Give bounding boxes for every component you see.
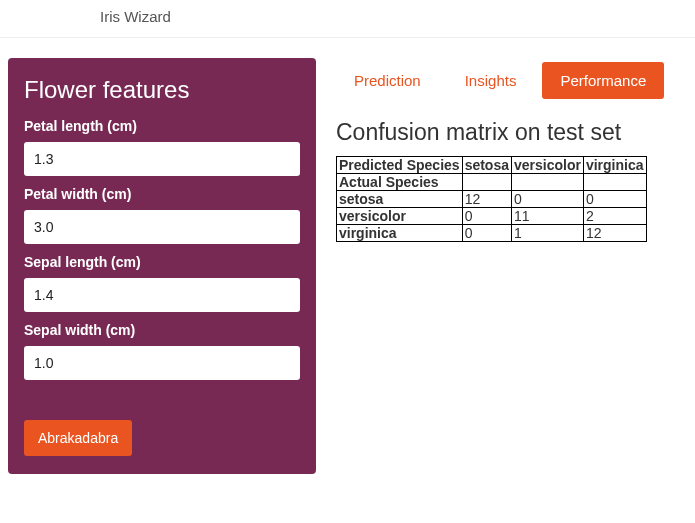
field-group-petal-width: Petal width (cm)	[24, 186, 300, 244]
sidebar: Flower features Petal length (cm) Petal …	[8, 58, 316, 474]
col-header: versicolor	[511, 157, 583, 174]
cell	[511, 174, 583, 191]
field-label: Petal width (cm)	[24, 186, 300, 202]
table-row: setosa 12 0 0	[337, 191, 647, 208]
row-header: Actual Species	[337, 174, 463, 191]
sepal-length-input[interactable]	[24, 278, 300, 312]
layout: Flower features Petal length (cm) Petal …	[0, 38, 695, 494]
col-header: virginica	[583, 157, 646, 174]
field-label: Sepal length (cm)	[24, 254, 300, 270]
sidebar-title: Flower features	[24, 76, 300, 104]
tab-insights[interactable]: Insights	[447, 62, 535, 99]
cell	[583, 174, 646, 191]
petal-width-input[interactable]	[24, 210, 300, 244]
petal-length-input[interactable]	[24, 142, 300, 176]
cell: 0	[583, 191, 646, 208]
table-row: Actual Species	[337, 174, 647, 191]
cell: 2	[583, 208, 646, 225]
col-header: Predicted Species	[337, 157, 463, 174]
cell	[462, 174, 511, 191]
confusion-matrix-table: Predicted Species setosa versicolor virg…	[336, 156, 647, 242]
cell: 1	[511, 225, 583, 242]
tabs: Prediction Insights Performance	[336, 62, 687, 99]
field-label: Petal length (cm)	[24, 118, 300, 134]
row-header: setosa	[337, 191, 463, 208]
field-group-sepal-width: Sepal width (cm)	[24, 322, 300, 380]
tab-performance[interactable]: Performance	[542, 62, 664, 99]
field-group-sepal-length: Sepal length (cm)	[24, 254, 300, 312]
cell: 0	[462, 225, 511, 242]
col-header: setosa	[462, 157, 511, 174]
app-title: Iris Wizard	[0, 0, 695, 38]
predict-button[interactable]: Abrakadabra	[24, 420, 132, 456]
cell: 0	[462, 208, 511, 225]
table-header-row: Predicted Species setosa versicolor virg…	[337, 157, 647, 174]
cell: 11	[511, 208, 583, 225]
table-row: versicolor 0 11 2	[337, 208, 647, 225]
cell: 12	[462, 191, 511, 208]
row-header: virginica	[337, 225, 463, 242]
field-label: Sepal width (cm)	[24, 322, 300, 338]
table-row: virginica 0 1 12	[337, 225, 647, 242]
cell: 0	[511, 191, 583, 208]
tab-prediction[interactable]: Prediction	[336, 62, 439, 99]
field-group-petal-length: Petal length (cm)	[24, 118, 300, 176]
cell: 12	[583, 225, 646, 242]
main-heading: Confusion matrix on test set	[336, 119, 687, 146]
main: Prediction Insights Performance Confusio…	[336, 58, 687, 474]
sepal-width-input[interactable]	[24, 346, 300, 380]
row-header: versicolor	[337, 208, 463, 225]
